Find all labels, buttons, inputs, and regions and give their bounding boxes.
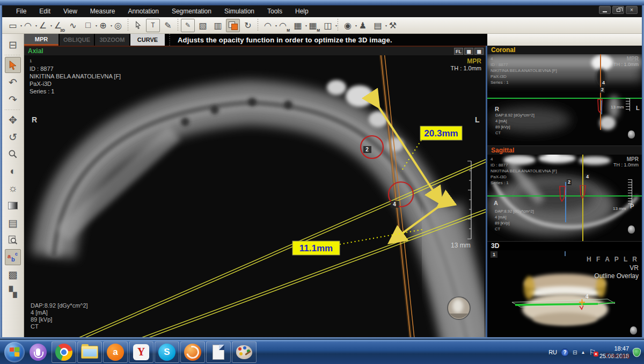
pointer-tool-icon[interactable] <box>131 19 145 32</box>
panorama-tool-icon[interactable]: ▦ <box>291 19 305 32</box>
3d-view[interactable]: 4 3D 1 H F A P L R VR Outline Overlay <box>487 242 642 337</box>
pan-icon[interactable]: ✥ <box>5 112 21 128</box>
axial-view[interactable]: 2 4 20.3mm 11.1mm 13 mm <box>24 46 486 337</box>
opacity-tool-icon[interactable] <box>226 19 240 32</box>
volume-clip-icon[interactable]: ▤ <box>5 215 21 231</box>
svg-text:2: 2 <box>365 147 369 152</box>
measurement-label-2[interactable]: 11.1mm <box>292 241 340 255</box>
menu-help[interactable]: Help <box>289 6 315 17</box>
dap-info: DAP:8.92 [dGy*cm^2]4 [mA]89 [kVp]CT <box>495 208 534 232</box>
zoom-preview-icon[interactable] <box>5 232 21 248</box>
patient-info: 4 ID : 8877 NIKITINA BELA ANATOLIEVNA [F… <box>491 56 557 85</box>
coronal-view[interactable]: Coronal 4 ID : 8877 NIKITINA BELA ANATOL… <box>487 46 642 145</box>
tab-curve[interactable]: CURVE <box>130 34 165 46</box>
brightness-icon[interactable]: ☼ <box>5 180 21 196</box>
roi-tool-icon[interactable]: □ <box>81 19 95 32</box>
scale-label: 13 mm <box>451 242 471 249</box>
panorama-manual-tool-icon[interactable]: ▦M <box>306 19 320 32</box>
language-indicator[interactable]: RU <box>548 349 557 355</box>
grid-tool-icon[interactable]: ⊕ <box>96 19 110 32</box>
show-hidden-icons[interactable]: ▲ <box>581 350 585 355</box>
grid-layout-button[interactable]: ▦ <box>464 48 473 55</box>
pointer-select-icon[interactable] <box>5 57 21 73</box>
profile-tool-icon[interactable]: ∿ <box>66 19 80 32</box>
svg-text:4: 4 <box>586 294 589 300</box>
grayscale-icon[interactable] <box>5 198 21 214</box>
menu-edit[interactable]: Edit <box>33 6 57 17</box>
taskbar-document-app[interactable] <box>206 341 231 363</box>
restore-button[interactable] <box>612 6 624 14</box>
implant-tool-icon[interactable]: ◫ <box>321 19 335 32</box>
taskbar-microphone-app[interactable] <box>26 341 50 363</box>
print-icon[interactable]: ⊟ <box>5 37 21 53</box>
3d-render[interactable]: 4 <box>487 250 642 337</box>
histogram-tool-icon[interactable]: ▥ <box>211 19 225 32</box>
patient-tool-icon[interactable]: ♟ <box>356 19 370 32</box>
antivirus-shield-icon[interactable] <box>633 348 641 357</box>
orange-sphere-icon <box>184 344 201 361</box>
menu-file[interactable]: File <box>10 6 33 17</box>
undo-icon[interactable]: ↶ <box>5 74 21 90</box>
fl-button[interactable]: FL <box>454 48 463 55</box>
toolbar-separator <box>128 19 128 32</box>
tooltip-text: Adjusts the opacity function in order to… <box>169 34 486 46</box>
taskbar-yandex-app[interactable]: Y <box>129 341 153 363</box>
tab-oblique[interactable]: OBLIQUE <box>60 34 94 46</box>
tape-measure-tool-icon[interactable]: ◠ <box>21 19 35 32</box>
taskbar-skype-app[interactable]: S <box>155 341 179 363</box>
axial-header: Axial <box>24 47 486 55</box>
measurement-label-1[interactable]: 20.3mm <box>420 126 462 140</box>
minimize-button[interactable] <box>599 6 611 14</box>
menu-tools[interactable]: Tools <box>261 6 289 17</box>
cube-icon[interactable]: ▩ <box>5 266 21 282</box>
image-select-tool-icon[interactable]: ▧ <box>196 19 210 32</box>
axial-reference-line[interactable] <box>487 98 642 99</box>
overlay-toggle-button[interactable]: ▩ <box>474 48 484 55</box>
contrast-icon[interactable]: ◐ <box>5 163 21 179</box>
toolbar-filler <box>487 34 642 46</box>
close-button[interactable]: × <box>626 6 638 14</box>
arch-manual-tool-icon[interactable]: ◠M <box>276 19 290 32</box>
action-center-flag-icon[interactable]: ⚐✕ <box>589 348 596 356</box>
paint-palette-icon <box>236 345 252 359</box>
text-tool-icon[interactable]: T <box>146 19 160 32</box>
implant-label: 2 <box>567 179 572 185</box>
taskbar-chrome-app[interactable] <box>52 341 76 363</box>
taskbar-explorer-app[interactable] <box>77 341 102 363</box>
sagittal-title: Sagittal <box>491 147 514 154</box>
tab-3dzoom[interactable]: 3DZOOM <box>95 34 129 46</box>
redo-icon[interactable]: ↷ <box>5 91 21 107</box>
note-edit-tool-icon[interactable]: ✎ <box>181 19 195 32</box>
implant-outlines <box>558 185 588 212</box>
capture-tool-icon[interactable]: ◉ <box>341 19 355 32</box>
arch-tool-icon[interactable]: ◠ <box>261 19 275 32</box>
rotate-icon[interactable]: ↺ <box>5 129 21 145</box>
printer-tray-icon[interactable]: ⊟ <box>573 350 577 355</box>
volume-tool-icon[interactable]: ◎ <box>111 19 125 32</box>
layout-grid-icon[interactable]: ▚ <box>5 283 21 300</box>
taskbar-orange-sphere-app[interactable] <box>180 341 205 363</box>
pencil-tool-icon[interactable]: ✎ <box>161 19 175 32</box>
taskbar-paint-app[interactable] <box>232 341 257 363</box>
text-overlay-icon[interactable]: acb <box>5 249 21 265</box>
menu-simulation[interactable]: Simulation <box>218 6 261 17</box>
menu-annotation[interactable]: Annotation <box>122 6 165 17</box>
ruler-tool-icon[interactable]: ▭ <box>6 19 20 32</box>
report-tool-icon[interactable]: ▤ <box>371 19 385 32</box>
patient-name: NIKITINA BELA ANATOLIEVNA [F] <box>30 72 121 80</box>
angle-3d-tool-icon[interactable]: ∠3D <box>51 19 65 32</box>
scale-label: 13 mm <box>611 105 624 110</box>
tab-mpr[interactable]: MPR <box>24 34 58 46</box>
angle-tool-icon[interactable]: ∠ <box>36 19 50 32</box>
layer-rotate-tool-icon[interactable]: ↻ <box>241 19 255 32</box>
menu-segmentation[interactable]: Segmentation <box>165 6 218 17</box>
menu-view[interactable]: View <box>57 6 84 17</box>
taskbar-avast-app[interactable]: a <box>103 341 128 363</box>
sagittal-view[interactable]: Sagittal 4 ID : 8877 NIKITINA BELA ANATO… <box>487 146 642 241</box>
zoom-icon[interactable] <box>5 146 21 162</box>
settings-tool-icon[interactable]: ⚒ <box>386 19 400 32</box>
clock[interactable]: 18:47 25.08.2018 Стоп.jpg <box>599 345 629 360</box>
menu-measure[interactable]: Measure <box>84 6 122 17</box>
help-tray-icon[interactable]: ? <box>561 348 569 356</box>
start-button[interactable] <box>4 342 25 362</box>
